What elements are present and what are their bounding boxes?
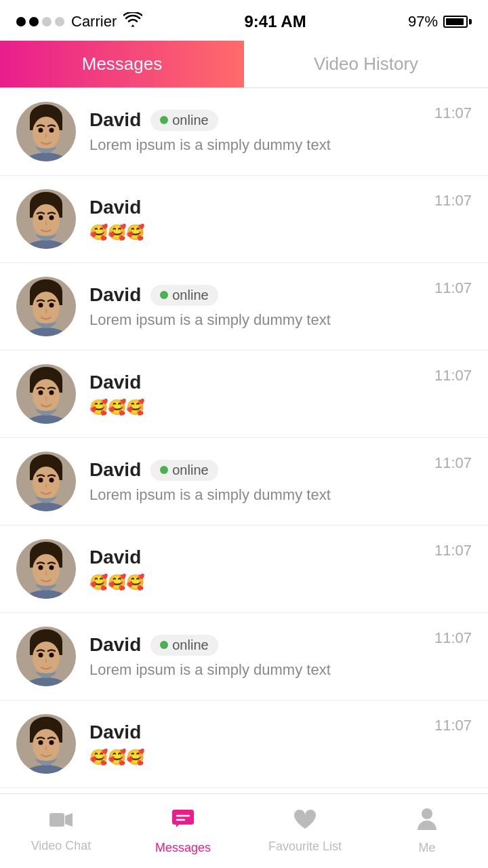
nav-favourite-list[interactable]: Favourite List bbox=[244, 794, 366, 868]
status-bar: Carrier 9:41 AM 97% bbox=[0, 0, 488, 41]
message-content-5: DavidonlineLorem ipsum is a simply dummy… bbox=[76, 459, 434, 504]
message-time-3: 11:07 bbox=[434, 277, 472, 297]
message-time-2: 11:07 bbox=[434, 189, 472, 210]
message-header-8: David bbox=[89, 722, 421, 743]
message-item-5[interactable]: DavidonlineLorem ipsum is a simply dummy… bbox=[0, 438, 488, 526]
message-preview-1: Lorem ipsum is a simply dummy text bbox=[89, 136, 421, 154]
signal-dots bbox=[16, 17, 64, 26]
message-time-6: 11:07 bbox=[434, 539, 472, 559]
message-item-1[interactable]: DavidonlineLorem ipsum is a simply dummy… bbox=[0, 88, 488, 176]
contact-name-7: David bbox=[89, 634, 141, 656]
video-chat-icon bbox=[49, 810, 73, 835]
contact-name-3: David bbox=[89, 284, 141, 306]
signal-dot-3 bbox=[42, 17, 52, 26]
svg-point-41 bbox=[49, 653, 54, 658]
svg-point-29 bbox=[49, 478, 54, 483]
heart-icon bbox=[293, 808, 317, 835]
message-content-2: David🥰🥰🥰 bbox=[76, 197, 434, 241]
svg-point-34 bbox=[39, 566, 43, 570]
svg-point-28 bbox=[39, 478, 43, 483]
status-left: Carrier bbox=[16, 12, 142, 31]
tab-video-history[interactable]: Video History bbox=[244, 41, 488, 87]
nav-video-chat[interactable]: Video Chat bbox=[0, 794, 122, 868]
battery-percent: 97% bbox=[408, 13, 438, 31]
avatar-5 bbox=[16, 452, 76, 511]
online-badge-1: online bbox=[150, 110, 218, 131]
tab-messages[interactable]: Messages bbox=[0, 41, 244, 87]
message-content-6: David🥰🥰🥰 bbox=[76, 547, 434, 591]
avatar-3 bbox=[16, 277, 76, 336]
online-dot bbox=[160, 641, 168, 649]
message-header-4: David bbox=[89, 372, 421, 393]
message-list: DavidonlineLorem ipsum is a simply dummy… bbox=[0, 88, 488, 788]
signal-dot-4 bbox=[55, 17, 64, 26]
message-header-5: Davidonline bbox=[89, 459, 421, 481]
avatar-1 bbox=[16, 102, 76, 161]
svg-point-46 bbox=[39, 741, 43, 745]
online-badge-5: online bbox=[150, 460, 218, 481]
status-right: 97% bbox=[408, 13, 472, 31]
avatar-8 bbox=[16, 714, 76, 774]
svg-point-35 bbox=[49, 566, 54, 570]
contact-name-1: David bbox=[89, 109, 141, 131]
svg-point-53 bbox=[422, 808, 432, 819]
message-content-3: DavidonlineLorem ipsum is a simply dummy… bbox=[76, 284, 434, 329]
message-preview-5: Lorem ipsum is a simply dummy text bbox=[89, 486, 421, 504]
message-time-5: 11:07 bbox=[434, 452, 472, 472]
contact-name-5: David bbox=[89, 459, 141, 481]
message-preview-2: 🥰🥰🥰 bbox=[89, 224, 421, 241]
battery-icon bbox=[443, 16, 472, 28]
message-time-4: 11:07 bbox=[434, 364, 472, 384]
message-preview-7: Lorem ipsum is a simply dummy text bbox=[89, 661, 421, 679]
contact-name-2: David bbox=[89, 197, 141, 218]
message-header-6: David bbox=[89, 547, 421, 568]
message-time-7: 11:07 bbox=[434, 627, 472, 647]
svg-rect-48 bbox=[49, 813, 64, 827]
avatar-6 bbox=[16, 539, 76, 599]
message-preview-4: 🥰🥰🥰 bbox=[89, 399, 421, 416]
svg-point-47 bbox=[49, 741, 54, 745]
message-content-8: David🥰🥰🥰 bbox=[76, 722, 434, 766]
svg-point-23 bbox=[49, 391, 54, 395]
online-dot bbox=[160, 116, 168, 124]
tab-bar-top: Messages Video History bbox=[0, 41, 488, 88]
message-preview-6: 🥰🥰🥰 bbox=[89, 574, 421, 591]
person-icon bbox=[416, 807, 438, 837]
online-badge-7: online bbox=[150, 635, 218, 656]
nav-favourite-label: Favourite List bbox=[268, 840, 342, 854]
svg-point-11 bbox=[49, 216, 54, 220]
message-item-3[interactable]: DavidonlineLorem ipsum is a simply dummy… bbox=[0, 263, 488, 351]
message-content-4: David🥰🥰🥰 bbox=[76, 372, 434, 416]
message-content-7: DavidonlineLorem ipsum is a simply dummy… bbox=[76, 634, 434, 679]
message-item-6[interactable]: David🥰🥰🥰11:07 bbox=[0, 526, 488, 613]
message-header-2: David bbox=[89, 197, 421, 218]
contact-name-4: David bbox=[89, 372, 141, 393]
svg-marker-49 bbox=[65, 813, 73, 827]
svg-point-5 bbox=[49, 128, 54, 133]
online-dot bbox=[160, 466, 168, 474]
contact-name-6: David bbox=[89, 547, 141, 568]
message-content-1: DavidonlineLorem ipsum is a simply dummy… bbox=[76, 109, 434, 154]
nav-messages-label: Messages bbox=[155, 841, 211, 855]
signal-dot-2 bbox=[29, 17, 39, 26]
message-item-2[interactable]: David🥰🥰🥰11:07 bbox=[0, 176, 488, 263]
nav-me[interactable]: Me bbox=[366, 794, 488, 868]
contact-name-8: David bbox=[89, 722, 141, 743]
svg-point-4 bbox=[39, 128, 43, 133]
avatar-4 bbox=[16, 364, 76, 424]
message-preview-8: 🥰🥰🥰 bbox=[89, 749, 421, 766]
message-header-3: Davidonline bbox=[89, 284, 421, 306]
carrier-label: Carrier bbox=[71, 13, 117, 31]
svg-point-22 bbox=[39, 391, 43, 395]
svg-point-10 bbox=[39, 216, 43, 220]
online-badge-3: online bbox=[150, 285, 218, 306]
message-item-4[interactable]: David🥰🥰🥰11:07 bbox=[0, 351, 488, 438]
message-item-7[interactable]: DavidonlineLorem ipsum is a simply dummy… bbox=[0, 613, 488, 701]
bottom-nav: Video Chat Messages Favourite List bbox=[0, 793, 488, 868]
message-preview-3: Lorem ipsum is a simply dummy text bbox=[89, 311, 421, 329]
svg-point-40 bbox=[39, 653, 43, 658]
avatar-2 bbox=[16, 189, 76, 249]
nav-messages[interactable]: Messages bbox=[122, 794, 244, 868]
message-item-8[interactable]: David🥰🥰🥰11:07 bbox=[0, 701, 488, 788]
svg-point-16 bbox=[39, 303, 43, 308]
